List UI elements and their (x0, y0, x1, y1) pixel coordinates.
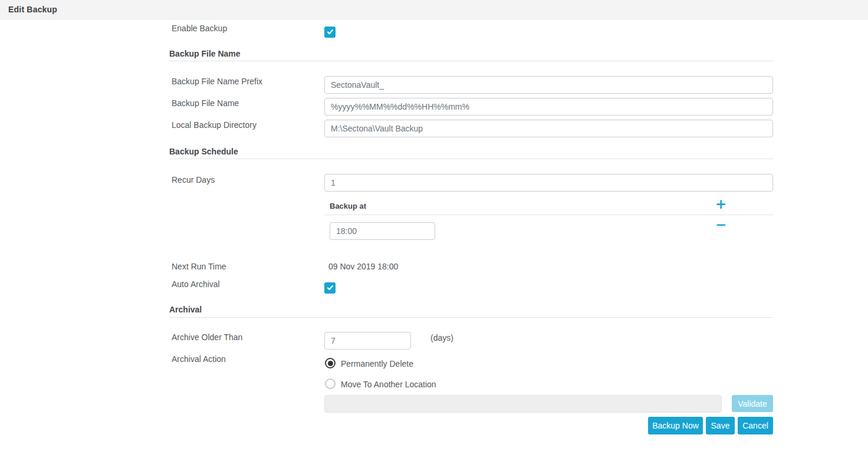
backup-file-name-label: Backup File Name (172, 98, 239, 108)
local-backup-directory-label: Local Backup Directory (172, 120, 257, 130)
cancel-button[interactable]: Cancel (738, 417, 773, 434)
section-divider (169, 61, 773, 61)
archival-action-label: Archival Action (172, 354, 226, 364)
radio-dot (328, 361, 333, 366)
save-button[interactable]: Save (706, 417, 735, 434)
radio-move-to-another-location-label[interactable]: Move To Another Location (341, 380, 436, 389)
validate-button[interactable]: Validate (732, 395, 773, 412)
local-backup-directory-input[interactable] (324, 120, 773, 137)
section-title-archival: Archival (169, 305, 202, 314)
enable-backup-label: Enable Backup (172, 24, 227, 33)
backup-file-name-input[interactable] (324, 98, 773, 116)
check-icon (327, 27, 334, 38)
check-icon (327, 283, 334, 294)
next-run-time-value: 09 Nov 2019 18:00 (328, 262, 398, 271)
section-divider (169, 317, 773, 318)
archive-older-than-unit: (days) (430, 333, 453, 343)
page-header-bar: Edit Backup (0, 0, 868, 19)
auto-archival-checkbox[interactable] (324, 282, 336, 294)
backup-now-button[interactable]: Backup Now (648, 417, 703, 434)
backup-file-name-prefix-input[interactable] (324, 76, 773, 94)
recur-days-label: Recur Days (172, 175, 215, 185)
archive-location-input[interactable] (324, 395, 722, 413)
section-title-backup-file-name: Backup File Name (169, 49, 241, 58)
archive-older-than-label: Archive Older Than (172, 332, 242, 342)
remove-backup-time-icon[interactable]: − (715, 219, 726, 230)
recur-days-input[interactable] (324, 174, 773, 192)
radio-move-to-another-location[interactable] (325, 378, 336, 389)
auto-archival-label: Auto Archival (172, 279, 220, 289)
backup-at-label: Backup at (330, 202, 366, 210)
radio-permanently-delete-label[interactable]: Permanently Delete (341, 359, 413, 368)
enable-backup-checkbox[interactable] (324, 27, 336, 38)
backup-time-input[interactable] (330, 222, 435, 240)
section-divider (169, 159, 773, 159)
next-run-time-label: Next Run Time (172, 262, 226, 271)
backup-at-divider (324, 215, 773, 215)
page-title: Edit Backup (8, 5, 57, 14)
backup-file-name-prefix-label: Backup File Name Prefix (172, 77, 262, 86)
add-backup-time-icon[interactable]: + (715, 198, 726, 210)
archive-older-than-input[interactable] (324, 332, 411, 350)
section-title-backup-schedule: Backup Schedule (169, 147, 238, 156)
radio-permanently-delete[interactable] (325, 358, 336, 368)
edit-backup-page: Edit Backup Enable Backup Backup File Na… (0, 0, 868, 461)
